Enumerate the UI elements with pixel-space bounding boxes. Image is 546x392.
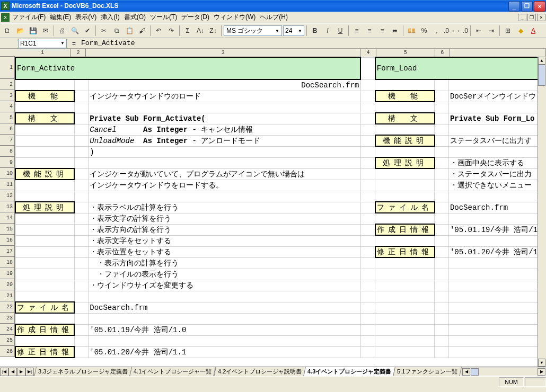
undo-icon[interactable]: ↶	[153, 25, 164, 37]
row-header[interactable]: 5	[0, 112, 14, 123]
row-header[interactable]: 23	[0, 313, 14, 324]
label-kinou[interactable]: 機 能	[15, 91, 74, 102]
label-kinou-setsumei[interactable]: 機能説明	[15, 168, 74, 180]
sheet-tab[interactable]: 4.2イベントプロシージャ説明書	[214, 367, 306, 377]
hscroll-thumb[interactable]	[471, 368, 479, 376]
font-size-selector[interactable]: 24 ▼	[283, 25, 304, 36]
dec-indent-icon[interactable]: ⇤	[473, 25, 485, 37]
column-header[interactable]: 6	[435, 49, 451, 57]
menu-window[interactable]: ウィンドウ(W)	[214, 13, 256, 22]
format-painter-icon[interactable]: 🖌	[136, 25, 148, 37]
inc-decimal-icon[interactable]: .0→	[444, 25, 455, 37]
scroll-up-icon[interactable]: ▲	[538, 57, 545, 65]
tab-first-icon[interactable]: |◀	[0, 368, 8, 376]
tab-prev-icon[interactable]: ◀	[8, 368, 17, 376]
maximize-button[interactable]: ❐	[521, 1, 533, 12]
cell[interactable]: ・ウインドウサイズを変更する	[89, 280, 360, 291]
redo-icon[interactable]: ↷	[165, 25, 177, 37]
tab-last-icon[interactable]: ▶|	[25, 368, 34, 376]
currency-icon[interactable]: 💴	[406, 25, 417, 37]
open-icon[interactable]: 📂	[14, 25, 26, 37]
cell[interactable]: インジケータが動いていて、プログラムがアイコンで無い場合は	[89, 168, 360, 180]
row-header[interactable]: 8	[0, 146, 14, 157]
copy-icon[interactable]: ⧉	[111, 25, 122, 37]
row-header[interactable]: 20	[0, 279, 14, 290]
row-header[interactable]: 19	[0, 268, 14, 279]
label-shori-setsumei[interactable]: 処理説明	[15, 202, 74, 213]
cell[interactable]: ・ステータスバーに出力	[448, 168, 545, 180]
sheet-tab[interactable]: 3.3ジェネラルプロシージャ定義書	[34, 367, 132, 377]
cell[interactable]: '05.01.20/今井 浩司/1.1	[89, 346, 360, 358]
column-header[interactable]	[450, 49, 546, 57]
italic-icon[interactable]: I	[322, 25, 333, 37]
sheet-tab[interactable]: 4.3イベントプロシージャ定義書	[303, 367, 395, 377]
label-modified[interactable]: 修正日情報	[15, 346, 74, 358]
mail-icon[interactable]: ✉	[40, 25, 51, 37]
label-created[interactable]: 作成日情報	[15, 324, 74, 335]
cell-title-b[interactable]: Form_Load	[375, 57, 545, 79]
vertical-scrollbar[interactable]: ▲ ▼	[538, 57, 546, 367]
font-color-icon[interactable]: A	[527, 25, 539, 37]
sheet-tab[interactable]: 4.1イベントプロシージャ一覧	[129, 367, 216, 377]
align-left-icon[interactable]: ≡	[351, 25, 363, 37]
borders-icon[interactable]: ⊞	[502, 25, 514, 37]
minimize-button[interactable]: _	[508, 1, 520, 12]
comma-icon[interactable]: ,	[431, 25, 443, 37]
label-modified-b[interactable]: 修正日情報	[375, 246, 435, 257]
cell[interactable]: DocSearch.frm	[89, 79, 360, 91]
row-header[interactable]: 25	[0, 335, 14, 346]
row-header[interactable]: 18	[0, 257, 14, 268]
dec-decimal-icon[interactable]: ←.0	[456, 25, 468, 37]
cell-title-a[interactable]: Form_Activate	[15, 57, 360, 79]
cell[interactable]: ・選択できないメニュー	[448, 180, 545, 191]
cell[interactable]: Private Sub Form_Activate(	[89, 113, 360, 124]
preview-icon[interactable]: 🔍	[69, 25, 81, 37]
label-kinou-b[interactable]: 機 能	[375, 91, 435, 102]
column-header[interactable]: 1	[15, 49, 71, 57]
cell[interactable]: '05.01.19/今井 浩司/1.0	[89, 324, 360, 335]
row-header[interactable]: 1	[0, 57, 14, 79]
save-icon[interactable]: 💾	[27, 25, 39, 37]
formula-text[interactable]: Form_Activate	[81, 39, 546, 47]
row-header[interactable]: 26	[0, 346, 14, 357]
sort-desc-icon[interactable]: Z↓	[207, 25, 219, 37]
close-button[interactable]: ×	[534, 1, 545, 12]
scroll-left-icon[interactable]: ◀	[462, 368, 470, 376]
column-header[interactable]: 3	[86, 49, 360, 57]
cell[interactable]: Private Sub Form_Lo	[448, 113, 545, 124]
underline-icon[interactable]: U	[334, 25, 346, 37]
mdi-restore[interactable]: ❐	[527, 14, 536, 21]
cell[interactable]: ・表示ラベルの計算を行う	[89, 202, 360, 213]
align-right-icon[interactable]: ≡	[376, 25, 388, 37]
column-header[interactable]: 4	[360, 49, 376, 57]
merge-icon[interactable]: ⬌	[389, 25, 401, 37]
cell[interactable]: '05.01.20/今井 浩司/1.	[448, 246, 545, 257]
label-filename[interactable]: ファイル名	[15, 302, 74, 313]
print-icon[interactable]: 🖨	[56, 25, 68, 37]
menu-data[interactable]: データ(D)	[181, 13, 209, 22]
scroll-right-icon[interactable]: ▶	[538, 368, 545, 376]
font-selector[interactable]: MS ゴシック ▼	[224, 25, 282, 36]
row-header[interactable]: 15	[0, 224, 14, 235]
cell[interactable]: Cancel As Integer - キャンセル情報	[89, 124, 360, 135]
tab-next-icon[interactable]: ▶	[17, 368, 25, 376]
row-header[interactable]: 12	[0, 190, 14, 201]
label-koubun-b[interactable]: 構 文	[375, 113, 435, 124]
cell[interactable]: インジケータウインドウのロード	[89, 91, 360, 102]
cell[interactable]: インジケータウインドウをロードする。	[89, 180, 360, 191]
row-header[interactable]: 22	[0, 301, 14, 313]
horizontal-scrollbar[interactable]: ◀ ▶	[462, 368, 546, 376]
row-header[interactable]: 7	[0, 135, 14, 146]
cell[interactable]: UnloadMode As Integer - アンロードモード	[89, 135, 360, 146]
label-koubun[interactable]: 構 文	[15, 113, 74, 124]
cell[interactable]: '05.01.19/今井 浩司/1.	[448, 224, 545, 235]
menu-view[interactable]: 表示(V)	[75, 13, 96, 22]
cell[interactable]: DocSearch.frm	[448, 202, 545, 213]
sort-asc-icon[interactable]: A↓	[195, 25, 206, 37]
cell[interactable]: ・表示方向の計算を行う	[89, 257, 360, 269]
menu-tool[interactable]: ツール(T)	[150, 13, 177, 22]
label-kinou-setsumei-b[interactable]: 機能説明	[375, 135, 435, 146]
row-header[interactable]: 21	[0, 290, 14, 301]
menu-file[interactable]: ファイル(F)	[12, 13, 46, 22]
scroll-down-icon[interactable]: ▼	[538, 359, 545, 367]
